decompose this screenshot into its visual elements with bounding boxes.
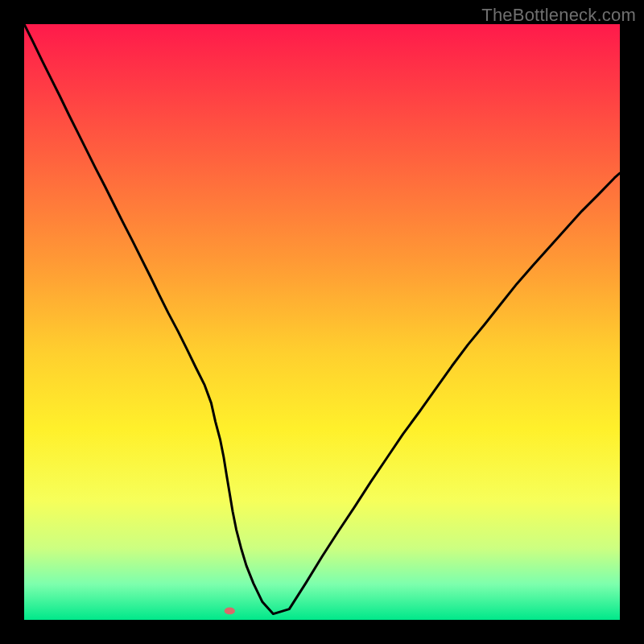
optimal-marker <box>225 607 235 614</box>
chart-background <box>24 24 620 620</box>
chart-plot <box>24 24 620 620</box>
chart-frame: TheBottleneck.com <box>0 0 644 644</box>
watermark-text: TheBottleneck.com <box>481 5 636 26</box>
